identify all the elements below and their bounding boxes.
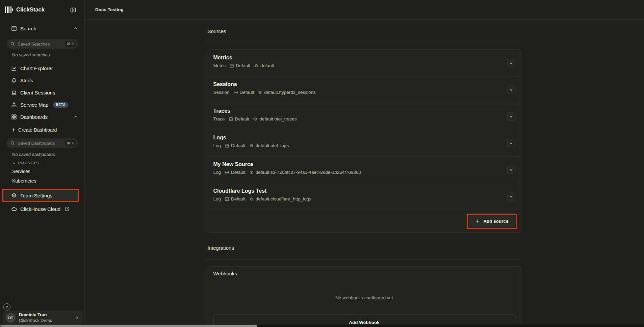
shortcut-badge: ⌘ K [65,41,76,47]
source-row: Metrics Metric Default default [208,50,521,77]
create-dashboard-label: Create Dashboard [18,127,57,133]
presets-label: PRESETS [18,161,40,165]
top-bar: Docs Testing [84,0,644,20]
chart-line-icon [11,65,17,71]
sidebar-item-alerts[interactable]: Alerts [0,76,84,84]
sidebar: ClickStack Search Saved Searches ⌘ K No … [0,0,84,327]
sidebar-item-label: Dashboards [20,114,48,120]
source-table: default.hyperdx_sessions [264,90,315,95]
chevron-up-icon[interactable] [74,26,78,30]
sidebar-item-label: Chart Explorer [20,65,53,71]
sidebar-item-search[interactable]: Search [0,24,84,32]
saved-dashboards-input[interactable]: Saved Dashboards ⌘ K [7,138,78,148]
expand-source-button[interactable] [507,86,515,94]
saved-searches-input[interactable]: Saved Searches ⌘ K [7,39,78,49]
user-org: ClickStack Demo [19,318,75,323]
brand-name: ClickStack [16,6,45,13]
preset-item-services[interactable]: Services [12,169,30,174]
user-name: Dominic Tran [19,312,75,318]
grid-icon [11,114,17,120]
source-connection: Default [236,63,250,68]
source-name: Sessions [213,81,515,87]
search-icon [10,141,15,145]
source-row: My New Source Log Default default.s3-720… [208,157,521,183]
no-saved-dashboards-text: No saved dashboards [12,152,55,157]
sidebar-item-label: Client Sessions [20,90,55,96]
help-button[interactable]: ? [3,303,10,310]
horizontal-scrollbar-thumb[interactable] [0,325,257,327]
sources-card: Metrics Metric Default default Sessions … [208,50,521,233]
chevron-up-icon[interactable] [74,115,78,119]
saved-dashboards-placeholder: Saved Dashboards [18,141,65,146]
topology-icon [11,102,17,108]
source-name: Traces [213,108,515,114]
webhooks-empty-text: No webhooks configured yet [213,295,515,300]
stack-icon [249,170,254,175]
brand: ClickStack [5,4,80,15]
source-subtitle: Trace Default default.otel_traces [213,116,515,121]
sidebar-item-label: Alerts [20,78,33,83]
external-link-icon [65,207,69,211]
source-subtitle: Log Default default.cloudflare_http_logs [213,196,515,201]
sidebar-item-chart-explorer[interactable]: Chart Explorer [0,64,84,72]
expand-source-button[interactable] [507,192,515,200]
sources-card-footer: Add source [208,210,521,233]
sidebar-collapse-icon[interactable] [69,6,77,14]
highlight-box-team-settings [2,189,79,202]
sidebar-item-client-sessions[interactable]: Client Sessions [0,88,84,97]
webhooks-title: Webhooks [213,271,515,276]
server-icon [229,117,233,121]
chevron-right-icon [75,316,79,320]
sidebar-item-clickhouse-cloud[interactable]: ClickHouse Cloud [0,205,84,213]
source-row: Sessions Session Default default.hyperdx… [208,77,521,103]
source-table: default.otel_logs [256,143,289,148]
cloud-icon [11,206,17,212]
stack-icon [249,197,254,201]
stack-icon [254,63,259,68]
bell-icon [11,78,17,83]
server-icon [225,143,229,148]
clickstack-logo-icon [5,6,13,13]
preset-item-kubernetes[interactable]: Kubernetes [12,178,36,184]
source-row: Logs Log Default default.otel_logs [208,130,521,157]
add-source-button[interactable]: Add source [469,216,515,227]
expand-source-button[interactable] [507,112,515,120]
source-connection: Default [240,90,254,95]
source-connection: Default [231,170,246,175]
sidebar-item-service-map[interactable]: Service Map BETA [0,101,84,109]
source-name: Cloudflare Logs Test [213,188,515,194]
plus-icon [475,219,480,223]
source-kind: Metric [213,63,226,68]
shortcut-badge: ⌘ K [65,140,76,146]
presets-toggle[interactable]: PRESETS [12,161,40,165]
user-menu[interactable]: DT Dominic Tran ClickStack Demo [3,310,83,325]
source-table: default.s3-720bfc37-94a1-4aec-86de-1b264… [256,170,361,175]
source-name: Metrics [213,55,515,61]
beta-badge: BETA [53,102,68,108]
stack-icon [249,143,254,148]
source-kind: Session [213,90,230,95]
source-table: default [260,63,274,68]
sidebar-item-dashboards[interactable]: Dashboards [0,113,84,121]
source-name: Logs [213,135,515,141]
plus-icon [11,128,16,132]
source-subtitle: Log Default default.otel_logs [213,143,515,148]
add-source-label: Add source [483,219,508,224]
create-dashboard-button[interactable]: Create Dashboard [0,126,84,134]
integrations-heading: Integrations [208,236,521,260]
table-icon [11,26,17,31]
source-connection: Default [231,143,246,148]
sidebar-item-label: Search [20,26,36,31]
help-glyph: ? [6,305,8,309]
source-table: default.cloudflare_http_logs [256,196,311,201]
sources-heading: Sources [208,20,521,43]
expand-source-button[interactable] [507,166,515,174]
server-icon [229,63,234,68]
expand-source-button[interactable] [507,59,515,67]
source-row: Traces Trace Default default.otel_traces [208,103,521,130]
expand-source-button[interactable] [507,139,515,147]
webhooks-card: Webhooks No webhooks configured yet Add … [208,266,521,327]
saved-searches-placeholder: Saved Searches [18,42,65,47]
stack-icon [253,117,258,121]
source-connection: Default [235,116,250,121]
